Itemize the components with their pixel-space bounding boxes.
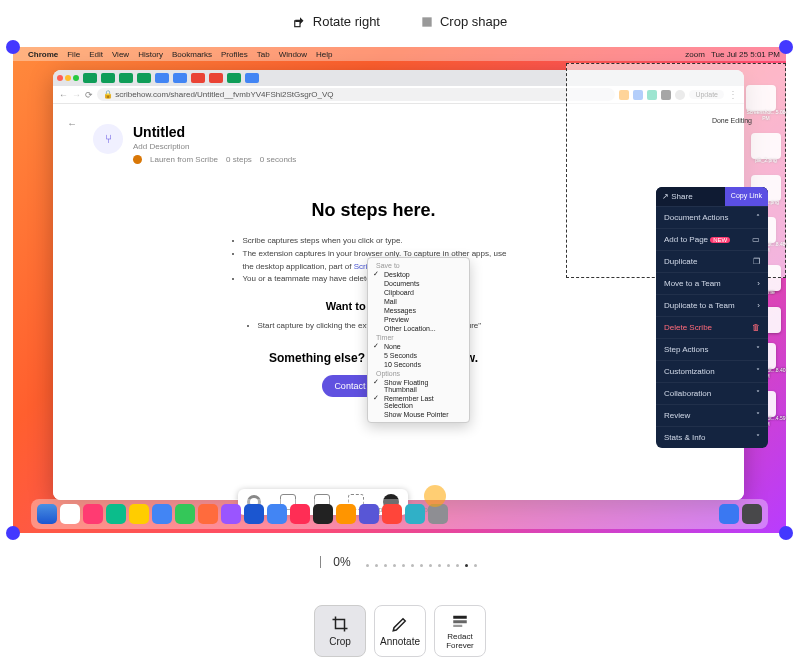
dock-app bbox=[198, 504, 218, 524]
dock-app bbox=[83, 504, 103, 524]
crop-shape-button[interactable]: Crop shape bbox=[420, 14, 507, 29]
zoom-pill: zoom bbox=[685, 50, 705, 59]
menu-mail[interactable]: Mail bbox=[368, 297, 469, 306]
reload-icon: ⟳ bbox=[85, 90, 93, 100]
dock-app bbox=[428, 504, 448, 524]
menu-float[interactable]: Show Floating Thumbnail bbox=[368, 378, 469, 394]
back-arrow-icon: ← bbox=[67, 118, 77, 129]
doc-actions: Document Actions˄ bbox=[656, 206, 768, 228]
move-team[interactable]: Move to a Team› bbox=[656, 272, 768, 294]
menu-edit: Edit bbox=[89, 50, 103, 59]
menu-timer-5[interactable]: 5 Seconds bbox=[368, 351, 469, 360]
add-page[interactable]: Add to Page NEW▭ bbox=[656, 228, 768, 250]
crop-shape-icon bbox=[420, 15, 434, 29]
stats[interactable]: Stats & Info˅ bbox=[656, 426, 768, 448]
capture-options-menu[interactable]: Save to Desktop Documents Clipboard Mail… bbox=[367, 257, 470, 423]
copy-link-button[interactable]: Copy Link bbox=[725, 187, 768, 206]
customization[interactable]: Customization˅ bbox=[656, 360, 768, 382]
tab-chip bbox=[101, 73, 115, 83]
dock-app bbox=[60, 504, 80, 524]
timeline-pct: 0% bbox=[333, 555, 350, 569]
menu-other[interactable]: Other Location... bbox=[368, 324, 469, 333]
duration: 0 seconds bbox=[260, 155, 296, 164]
dock-app bbox=[405, 504, 425, 524]
duplicate[interactable]: Duplicate❐ bbox=[656, 250, 768, 272]
menu-help: Help bbox=[316, 50, 332, 59]
dock-app bbox=[290, 504, 310, 524]
menu-timer-10[interactable]: 10 Seconds bbox=[368, 360, 469, 369]
crop-handle-tl[interactable] bbox=[6, 40, 20, 54]
dock-app bbox=[267, 504, 287, 524]
menu-file: File bbox=[67, 50, 80, 59]
crop-handle-bl[interactable] bbox=[6, 526, 20, 540]
menu-history: History bbox=[138, 50, 163, 59]
chevron-right-icon: › bbox=[757, 301, 760, 310]
menu-preview[interactable]: Preview bbox=[368, 315, 469, 324]
done-editing-button[interactable]: Done Editing bbox=[712, 117, 752, 124]
tab-chip bbox=[191, 73, 205, 83]
menu-messages[interactable]: Messages bbox=[368, 306, 469, 315]
review[interactable]: Review˅ bbox=[656, 404, 768, 426]
dock-app bbox=[175, 504, 195, 524]
macos-dock bbox=[31, 499, 768, 529]
crop-handle-tr[interactable] bbox=[779, 40, 793, 54]
crop-handle-br[interactable] bbox=[779, 526, 793, 540]
dock-app bbox=[719, 504, 739, 524]
max-dot bbox=[73, 75, 79, 81]
tab-chip bbox=[83, 73, 97, 83]
click-highlight bbox=[424, 485, 446, 507]
trash-icon: 🗑 bbox=[752, 323, 760, 332]
menu-desktop[interactable]: Desktop bbox=[368, 270, 469, 279]
tab-chip bbox=[227, 73, 241, 83]
clock: Tue Jul 25 5:01 PM bbox=[711, 50, 780, 59]
menu-remember[interactable]: Remember Last Selection bbox=[368, 394, 469, 410]
copy-icon: ❐ bbox=[753, 257, 760, 266]
menu-sec-options: Options bbox=[368, 369, 469, 378]
menu-clipboard[interactable]: Clipboard bbox=[368, 288, 469, 297]
menu-mouse[interactable]: Show Mouse Pointer bbox=[368, 410, 469, 419]
chevron-down-icon: ˅ bbox=[756, 389, 760, 398]
chevron-down-icon: ˅ bbox=[756, 345, 760, 354]
timeline-dots[interactable] bbox=[363, 553, 480, 571]
menu-window: Window bbox=[279, 50, 307, 59]
annotate-button[interactable]: Annotate bbox=[374, 605, 426, 657]
crop-icon bbox=[331, 615, 349, 633]
workflow-icon: ⑂ bbox=[93, 124, 123, 154]
dock-app bbox=[106, 504, 126, 524]
menu-view: View bbox=[112, 50, 129, 59]
tab-chip bbox=[245, 73, 259, 83]
timeline-marker bbox=[320, 556, 321, 568]
side-panel[interactable]: ↗ Share Copy Link Document Actions˄ Add … bbox=[656, 187, 768, 448]
tab-chip bbox=[119, 73, 133, 83]
menu-profiles: Profiles bbox=[221, 50, 248, 59]
macos-menubar: Chrome File Edit View History Bookmarks … bbox=[13, 47, 786, 61]
back-icon: ← bbox=[59, 90, 68, 100]
crop-button[interactable]: Crop bbox=[314, 605, 366, 657]
new-badge: NEW bbox=[710, 237, 730, 243]
fwd-icon: → bbox=[72, 90, 81, 100]
step-actions[interactable]: Step Actions˅ bbox=[656, 338, 768, 360]
rotate-right-button[interactable]: Rotate right bbox=[293, 14, 380, 29]
chevron-down-icon: ˅ bbox=[756, 367, 760, 376]
author-avatar bbox=[133, 155, 142, 164]
redact-button[interactable]: Redact Forever bbox=[434, 605, 486, 657]
svg-rect-1 bbox=[422, 17, 431, 26]
chevron-down-icon: ˅ bbox=[756, 433, 760, 442]
dock-trash bbox=[742, 504, 762, 524]
collaboration[interactable]: Collaboration˅ bbox=[656, 382, 768, 404]
share-button[interactable]: ↗ Share bbox=[656, 187, 725, 206]
menu-tab: Tab bbox=[257, 50, 270, 59]
delete[interactable]: Delete Scribe🗑 bbox=[656, 316, 768, 338]
dup-team[interactable]: Duplicate to a Team› bbox=[656, 294, 768, 316]
screenshot-canvas[interactable]: Chrome File Edit View History Bookmarks … bbox=[13, 47, 786, 533]
tab-chip bbox=[173, 73, 187, 83]
page-icon: ▭ bbox=[752, 235, 760, 244]
menu-documents[interactable]: Documents bbox=[368, 279, 469, 288]
tab-chip bbox=[209, 73, 223, 83]
close-dot bbox=[57, 75, 63, 81]
chevron-up-icon: ˄ bbox=[756, 213, 760, 222]
menu-timer-none[interactable]: None bbox=[368, 342, 469, 351]
steps: 0 steps bbox=[226, 155, 252, 164]
frame-timeline[interactable]: 0% bbox=[0, 552, 800, 571]
rotate-label: Rotate right bbox=[313, 14, 380, 29]
